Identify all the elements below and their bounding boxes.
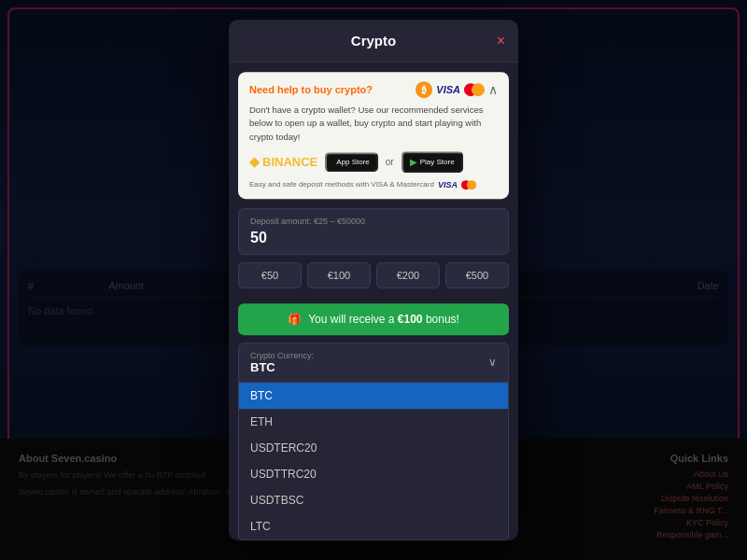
modal-title: Crypto <box>351 33 396 49</box>
visa-logo: VISA <box>436 84 460 95</box>
crypto-option-usdtbsc[interactable]: USDTBSC <box>239 487 508 513</box>
crypto-dropdown-header[interactable]: Crypto Currency: BTC ∨ <box>238 343 509 383</box>
crypto-dropdown-section: Crypto Currency: BTC ∨ BTC ETH USDTERC20… <box>238 343 509 540</box>
mastercard-logo <box>464 83 485 96</box>
quick-amount-100[interactable]: €100 <box>307 262 371 288</box>
bonus-banner: 🎁 You will receive a €100 bonus! <box>238 303 509 335</box>
deposit-label: Deposit amount: €25 – €50000 <box>250 217 497 226</box>
crypto-option-usdttrc20[interactable]: USDTTRC20 <box>239 461 508 487</box>
modal-close-button[interactable]: × <box>497 33 505 49</box>
chevron-up-icon[interactable]: ∧ <box>488 82 498 97</box>
app-store-button[interactable]: App Store <box>325 152 378 172</box>
mastercard-small <box>461 180 476 189</box>
play-icon: ▶ <box>410 157 417 167</box>
btc-icon: ₿ <box>416 81 432 98</box>
deposit-value: 50 <box>250 230 497 246</box>
quick-amount-200[interactable]: €200 <box>376 262 440 288</box>
help-icons: ₿ VISA ∧ <box>416 81 498 98</box>
safe-deposit-text: Easy and safe deposit methods with VISA … <box>249 180 498 189</box>
help-section: Need help to buy crypto? ₿ VISA ∧ Don't … <box>238 72 509 199</box>
binance-icon: ◆ <box>249 154 260 169</box>
crypto-selected: BTC <box>250 360 275 374</box>
bonus-amount: €100 <box>398 313 423 326</box>
amount-input-wrapper[interactable]: Deposit amount: €25 – €50000 50 <box>238 208 509 255</box>
play-store-button[interactable]: ▶ Play Store <box>402 151 463 173</box>
crypto-option-btc[interactable]: BTC <box>239 383 508 409</box>
help-header: Need help to buy crypto? ₿ VISA ∧ <box>249 81 498 98</box>
binance-logo: ◆ BINANCE <box>249 154 317 169</box>
help-buttons: ◆ BINANCE App Store or ▶ Play Store <box>249 151 498 173</box>
quick-amount-50[interactable]: €50 <box>238 262 302 288</box>
deposit-section: Deposit amount: €25 – €50000 50 €50 €100… <box>229 208 518 303</box>
crypto-option-usdterc20[interactable]: USDTERC20 <box>239 435 508 461</box>
gift-icon: 🎁 <box>288 313 302 326</box>
quick-amount-500[interactable]: €500 <box>445 262 509 288</box>
crypto-label: Crypto Currency: <box>250 351 314 360</box>
crypto-option-eth[interactable]: ETH <box>239 409 508 435</box>
crypto-option-ltc[interactable]: LTC <box>239 513 508 539</box>
crypto-modal: Crypto × Need help to buy crypto? ₿ VISA… <box>229 20 518 540</box>
or-separator: or <box>386 157 394 167</box>
help-description: Don't have a crypto wallet? Use our reco… <box>249 104 498 144</box>
visa-small: VISA <box>438 180 458 189</box>
crypto-dropdown-list: BTC ETH USDTERC20 USDTTRC20 USDTBSC LTC <box>238 383 509 540</box>
help-title: Need help to buy crypto? <box>249 84 373 95</box>
quick-amounts: €50 €100 €200 €500 <box>238 262 509 288</box>
crypto-dropdown-labels: Crypto Currency: BTC <box>250 351 314 374</box>
modal-header: Crypto × <box>229 20 518 63</box>
chevron-down-icon: ∨ <box>488 356 497 369</box>
